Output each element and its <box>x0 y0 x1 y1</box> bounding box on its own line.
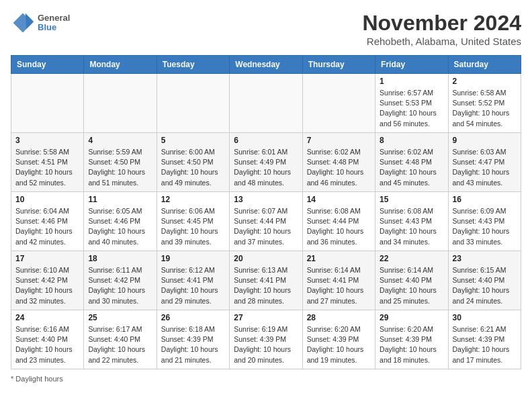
calendar-cell <box>11 74 84 133</box>
day-info: Sunrise: 6:07 AMSunset: 4:44 PMDaylight:… <box>234 206 298 247</box>
calendar-cell: 6Sunrise: 6:01 AMSunset: 4:49 PMDaylight… <box>230 133 302 192</box>
calendar-cell: 5Sunrise: 6:00 AMSunset: 4:50 PMDaylight… <box>157 133 229 192</box>
day-info: Sunrise: 6:13 AMSunset: 4:41 PMDaylight:… <box>234 265 298 306</box>
calendar-day-header: Friday <box>375 56 448 74</box>
day-info: Sunrise: 6:12 AMSunset: 4:41 PMDaylight:… <box>161 265 225 306</box>
calendar-day-header: Monday <box>84 56 157 74</box>
day-info: Sunrise: 6:17 AMSunset: 4:40 PMDaylight:… <box>88 324 152 365</box>
day-info: Sunrise: 6:21 AMSunset: 4:39 PMDaylight:… <box>453 324 517 365</box>
day-number: 18 <box>88 254 152 263</box>
calendar-cell: 9Sunrise: 6:03 AMSunset: 4:47 PMDaylight… <box>448 133 521 192</box>
calendar-cell: 7Sunrise: 6:02 AMSunset: 4:48 PMDaylight… <box>302 133 375 192</box>
day-info: Sunrise: 6:14 AMSunset: 4:41 PMDaylight:… <box>307 265 371 306</box>
day-number: 9 <box>453 136 517 145</box>
calendar-cell: 21Sunrise: 6:14 AMSunset: 4:41 PMDayligh… <box>302 251 375 310</box>
day-number: 4 <box>88 136 152 145</box>
day-info: Sunrise: 6:05 AMSunset: 4:46 PMDaylight:… <box>88 206 152 247</box>
calendar-cell: 13Sunrise: 6:07 AMSunset: 4:44 PMDayligh… <box>230 192 302 251</box>
day-info: Sunrise: 6:14 AMSunset: 4:40 PMDaylight:… <box>380 265 443 306</box>
svg-marker-1 <box>26 13 34 29</box>
calendar-day-header: Saturday <box>448 56 521 74</box>
day-number: 30 <box>453 313 517 322</box>
calendar-cell: 29Sunrise: 6:20 AMSunset: 4:39 PMDayligh… <box>375 310 448 369</box>
day-number: 8 <box>380 136 443 145</box>
calendar-cell: 16Sunrise: 6:09 AMSunset: 4:43 PMDayligh… <box>448 192 521 251</box>
day-number: 13 <box>234 195 298 204</box>
day-info: Sunrise: 6:00 AMSunset: 4:50 PMDaylight:… <box>161 147 225 188</box>
calendar-cell: 12Sunrise: 6:06 AMSunset: 4:45 PMDayligh… <box>157 192 229 251</box>
calendar-week-row: 10Sunrise: 6:04 AMSunset: 4:46 PMDayligh… <box>11 192 521 251</box>
calendar-week-row: 17Sunrise: 6:10 AMSunset: 4:42 PMDayligh… <box>11 251 521 310</box>
day-info: Sunrise: 6:02 AMSunset: 4:48 PMDaylight:… <box>307 147 371 188</box>
calendar-cell: 3Sunrise: 5:58 AMSunset: 4:51 PMDaylight… <box>11 133 84 192</box>
page-header: General Blue November 2024 Rehobeth, Ala… <box>11 11 521 47</box>
day-number: 25 <box>88 313 152 322</box>
calendar-cell: 25Sunrise: 6:17 AMSunset: 4:40 PMDayligh… <box>84 310 157 369</box>
day-info: Sunrise: 6:19 AMSunset: 4:39 PMDaylight:… <box>234 324 298 365</box>
day-number: 23 <box>453 254 517 263</box>
calendar-cell <box>157 74 229 133</box>
calendar-week-row: 1Sunrise: 6:57 AMSunset: 5:53 PMDaylight… <box>11 74 521 133</box>
logo-line2: Blue <box>38 23 70 32</box>
calendar-cell: 17Sunrise: 6:10 AMSunset: 4:42 PMDayligh… <box>11 251 84 310</box>
calendar-day-header: Tuesday <box>157 56 229 74</box>
calendar-cell: 18Sunrise: 6:11 AMSunset: 4:42 PMDayligh… <box>84 251 157 310</box>
calendar-cell: 1Sunrise: 6:57 AMSunset: 5:53 PMDaylight… <box>375 74 448 133</box>
day-info: Sunrise: 5:58 AMSunset: 4:51 PMDaylight:… <box>15 147 79 188</box>
calendar-cell: 30Sunrise: 6:21 AMSunset: 4:39 PMDayligh… <box>448 310 521 369</box>
day-info: Sunrise: 6:10 AMSunset: 4:42 PMDaylight:… <box>15 265 79 306</box>
day-number: 12 <box>161 195 225 204</box>
calendar-day-header: Wednesday <box>230 56 302 74</box>
day-number: 29 <box>380 313 443 322</box>
calendar-cell <box>230 74 302 133</box>
day-number: 1 <box>380 77 443 86</box>
calendar-cell: 2Sunrise: 6:58 AMSunset: 5:52 PMDaylight… <box>448 74 521 133</box>
day-info: Sunrise: 6:02 AMSunset: 4:48 PMDaylight:… <box>380 147 443 188</box>
day-number: 2 <box>453 77 517 86</box>
day-number: 15 <box>380 195 443 204</box>
day-info: Sunrise: 6:15 AMSunset: 4:40 PMDaylight:… <box>453 265 517 306</box>
logo-line1: General <box>38 13 70 23</box>
calendar-cell: 14Sunrise: 6:08 AMSunset: 4:44 PMDayligh… <box>302 192 375 251</box>
calendar-cell: 19Sunrise: 6:12 AMSunset: 4:41 PMDayligh… <box>157 251 229 310</box>
day-info: Sunrise: 6:08 AMSunset: 4:44 PMDaylight:… <box>307 206 371 247</box>
day-info: Sunrise: 6:01 AMSunset: 4:49 PMDaylight:… <box>234 147 298 188</box>
day-info: Sunrise: 6:20 AMSunset: 4:39 PMDaylight:… <box>307 324 371 365</box>
logo: General Blue <box>11 11 70 35</box>
day-number: 11 <box>88 195 152 204</box>
day-info: Sunrise: 6:06 AMSunset: 4:45 PMDaylight:… <box>161 206 225 247</box>
calendar-table: SundayMondayTuesdayWednesdayThursdayFrid… <box>11 55 521 369</box>
logo-icon <box>11 11 35 35</box>
calendar-week-row: 3Sunrise: 5:58 AMSunset: 4:51 PMDaylight… <box>11 133 521 192</box>
day-info: Sunrise: 6:58 AMSunset: 5:52 PMDaylight:… <box>453 88 517 129</box>
page-title: November 2024 <box>362 11 521 36</box>
calendar-cell: 23Sunrise: 6:15 AMSunset: 4:40 PMDayligh… <box>448 251 521 310</box>
calendar-cell: 24Sunrise: 6:16 AMSunset: 4:40 PMDayligh… <box>11 310 84 369</box>
day-info: Sunrise: 6:04 AMSunset: 4:46 PMDaylight:… <box>15 206 79 247</box>
day-number: 5 <box>161 136 225 145</box>
calendar-day-header: Sunday <box>11 56 84 74</box>
calendar-cell: 4Sunrise: 5:59 AMSunset: 4:50 PMDaylight… <box>84 133 157 192</box>
day-number: 10 <box>15 195 79 204</box>
day-number: 14 <box>307 195 371 204</box>
calendar-cell: 20Sunrise: 6:13 AMSunset: 4:41 PMDayligh… <box>230 251 302 310</box>
calendar-cell <box>302 74 375 133</box>
day-info: Sunrise: 6:57 AMSunset: 5:53 PMDaylight:… <box>380 88 443 129</box>
page-subtitle: Rehobeth, Alabama, United States <box>362 36 521 47</box>
day-number: 16 <box>453 195 517 204</box>
day-number: 24 <box>15 313 79 322</box>
calendar-cell: 26Sunrise: 6:18 AMSunset: 4:39 PMDayligh… <box>157 310 229 369</box>
day-info: Sunrise: 6:16 AMSunset: 4:40 PMDaylight:… <box>15 324 79 365</box>
calendar-cell: 28Sunrise: 6:20 AMSunset: 4:39 PMDayligh… <box>302 310 375 369</box>
day-number: 19 <box>161 254 225 263</box>
calendar-week-row: 24Sunrise: 6:16 AMSunset: 4:40 PMDayligh… <box>11 310 521 369</box>
day-info: Sunrise: 6:08 AMSunset: 4:43 PMDaylight:… <box>380 206 443 247</box>
calendar-cell <box>84 74 157 133</box>
day-number: 3 <box>15 136 79 145</box>
day-info: Sunrise: 5:59 AMSunset: 4:50 PMDaylight:… <box>88 147 152 188</box>
day-number: 26 <box>161 313 225 322</box>
day-number: 28 <box>307 313 371 322</box>
day-info: Sunrise: 6:03 AMSunset: 4:47 PMDaylight:… <box>453 147 517 188</box>
calendar-cell: 8Sunrise: 6:02 AMSunset: 4:48 PMDaylight… <box>375 133 448 192</box>
footer-note: * Daylight hours <box>11 375 521 383</box>
